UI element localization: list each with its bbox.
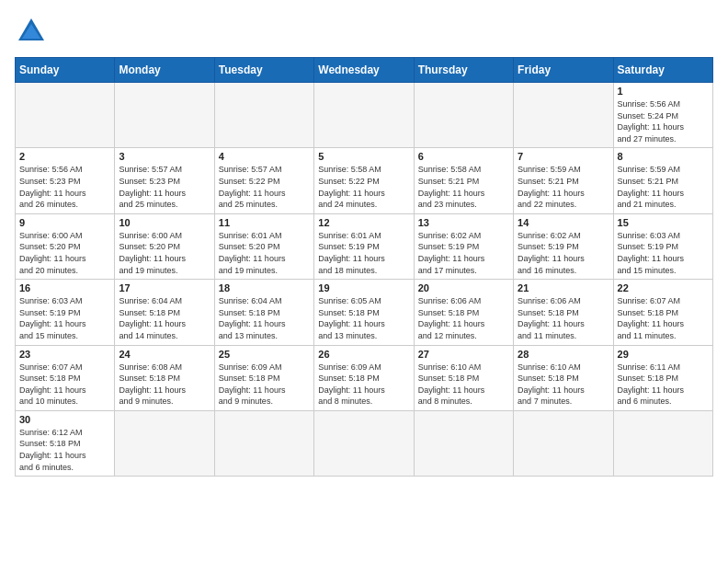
- calendar-day-cell: 30Sunrise: 6:12 AM Sunset: 5:18 PM Dayli…: [16, 410, 115, 476]
- calendar-empty-cell: [514, 410, 613, 476]
- day-number: 13: [418, 217, 509, 228]
- day-info: Sunrise: 6:09 AM Sunset: 5:18 PM Dayligh…: [318, 362, 409, 408]
- calendar-day-cell: 22Sunrise: 6:07 AM Sunset: 5:18 PM Dayli…: [613, 280, 712, 345]
- weekday-header-tuesday: Tuesday: [214, 58, 313, 83]
- calendar-day-cell: 19Sunrise: 6:05 AM Sunset: 5:18 PM Dayli…: [314, 280, 414, 345]
- day-info: Sunrise: 6:02 AM Sunset: 5:19 PM Dayligh…: [418, 230, 509, 276]
- day-number: 28: [518, 349, 609, 360]
- calendar-day-cell: 28Sunrise: 6:10 AM Sunset: 5:18 PM Dayli…: [514, 345, 613, 410]
- day-info: Sunrise: 6:04 AM Sunset: 5:18 PM Dayligh…: [119, 295, 210, 341]
- day-number: 22: [618, 282, 709, 293]
- day-number: 3: [119, 151, 210, 162]
- day-number: 17: [119, 282, 210, 293]
- day-number: 2: [19, 151, 110, 162]
- day-number: 27: [418, 349, 509, 360]
- day-number: 18: [219, 282, 310, 293]
- day-number: 9: [19, 217, 110, 228]
- weekday-header-monday: Monday: [115, 58, 214, 83]
- day-info: Sunrise: 5:59 AM Sunset: 5:21 PM Dayligh…: [618, 164, 709, 210]
- calendar-day-cell: 21Sunrise: 6:06 AM Sunset: 5:18 PM Dayli…: [514, 280, 613, 345]
- weekday-header-saturday: Saturday: [613, 58, 712, 83]
- day-info: Sunrise: 5:56 AM Sunset: 5:24 PM Dayligh…: [618, 98, 709, 144]
- day-number: 12: [318, 217, 409, 228]
- day-info: Sunrise: 6:10 AM Sunset: 5:18 PM Dayligh…: [418, 362, 509, 408]
- logo: [15, 15, 53, 48]
- calendar-row: 9Sunrise: 6:00 AM Sunset: 5:20 PM Daylig…: [16, 213, 713, 279]
- calendar-empty-cell: [514, 83, 613, 148]
- page-header: [15, 15, 713, 48]
- day-info: Sunrise: 6:05 AM Sunset: 5:18 PM Dayligh…: [318, 295, 409, 341]
- calendar-empty-cell: [314, 83, 414, 148]
- calendar-row: 1Sunrise: 5:56 AM Sunset: 5:24 PM Daylig…: [16, 83, 713, 148]
- weekday-header-wednesday: Wednesday: [314, 58, 414, 83]
- weekday-header-row: SundayMondayTuesdayWednesdayThursdayFrid…: [16, 58, 713, 83]
- calendar-empty-cell: [314, 410, 414, 476]
- day-info: Sunrise: 6:08 AM Sunset: 5:18 PM Dayligh…: [119, 362, 210, 408]
- calendar-row: 16Sunrise: 6:03 AM Sunset: 5:19 PM Dayli…: [16, 280, 713, 345]
- calendar-day-cell: 7Sunrise: 5:59 AM Sunset: 5:21 PM Daylig…: [514, 148, 613, 213]
- calendar-day-cell: 13Sunrise: 6:02 AM Sunset: 5:19 PM Dayli…: [414, 213, 513, 279]
- day-number: 8: [618, 151, 709, 162]
- day-info: Sunrise: 6:07 AM Sunset: 5:18 PM Dayligh…: [19, 362, 110, 408]
- weekday-header-thursday: Thursday: [414, 58, 513, 83]
- calendar-day-cell: 17Sunrise: 6:04 AM Sunset: 5:18 PM Dayli…: [115, 280, 214, 345]
- day-info: Sunrise: 5:56 AM Sunset: 5:23 PM Dayligh…: [19, 164, 110, 210]
- calendar-day-cell: 8Sunrise: 5:59 AM Sunset: 5:21 PM Daylig…: [613, 148, 712, 213]
- calendar-day-cell: 23Sunrise: 6:07 AM Sunset: 5:18 PM Dayli…: [16, 345, 115, 410]
- day-info: Sunrise: 6:03 AM Sunset: 5:19 PM Dayligh…: [618, 230, 709, 276]
- day-number: 30: [19, 414, 110, 425]
- calendar-day-cell: 20Sunrise: 6:06 AM Sunset: 5:18 PM Dayli…: [414, 280, 513, 345]
- calendar-day-cell: 14Sunrise: 6:02 AM Sunset: 5:19 PM Dayli…: [514, 213, 613, 279]
- day-number: 7: [518, 151, 609, 162]
- calendar-day-cell: 9Sunrise: 6:00 AM Sunset: 5:20 PM Daylig…: [16, 213, 115, 279]
- day-info: Sunrise: 5:57 AM Sunset: 5:23 PM Dayligh…: [119, 164, 210, 210]
- calendar-empty-cell: [115, 83, 214, 148]
- calendar-empty-cell: [414, 410, 513, 476]
- calendar-row: 30Sunrise: 6:12 AM Sunset: 5:18 PM Dayli…: [16, 410, 713, 476]
- day-info: Sunrise: 6:10 AM Sunset: 5:18 PM Dayligh…: [518, 362, 609, 408]
- calendar-day-cell: 16Sunrise: 6:03 AM Sunset: 5:19 PM Dayli…: [16, 280, 115, 345]
- day-number: 23: [19, 349, 110, 360]
- calendar-day-cell: 29Sunrise: 6:11 AM Sunset: 5:18 PM Dayli…: [613, 345, 712, 410]
- day-number: 29: [618, 349, 709, 360]
- day-number: 14: [518, 217, 609, 228]
- day-number: 10: [119, 217, 210, 228]
- calendar-day-cell: 24Sunrise: 6:08 AM Sunset: 5:18 PM Dayli…: [115, 345, 214, 410]
- calendar-empty-cell: [115, 410, 214, 476]
- calendar-row: 2Sunrise: 5:56 AM Sunset: 5:23 PM Daylig…: [16, 148, 713, 213]
- calendar-day-cell: 2Sunrise: 5:56 AM Sunset: 5:23 PM Daylig…: [16, 148, 115, 213]
- day-number: 21: [518, 282, 609, 293]
- day-number: 1: [618, 86, 709, 97]
- day-info: Sunrise: 6:00 AM Sunset: 5:20 PM Dayligh…: [19, 230, 110, 276]
- day-info: Sunrise: 6:07 AM Sunset: 5:18 PM Dayligh…: [618, 295, 709, 341]
- day-info: Sunrise: 6:06 AM Sunset: 5:18 PM Dayligh…: [518, 295, 609, 341]
- day-info: Sunrise: 6:09 AM Sunset: 5:18 PM Dayligh…: [219, 362, 310, 408]
- calendar-day-cell: 26Sunrise: 6:09 AM Sunset: 5:18 PM Dayli…: [314, 345, 414, 410]
- day-number: 16: [19, 282, 110, 293]
- calendar-empty-cell: [16, 83, 115, 148]
- day-number: 15: [618, 217, 709, 228]
- calendar-empty-cell: [613, 410, 712, 476]
- day-number: 19: [318, 282, 409, 293]
- calendar-empty-cell: [214, 83, 313, 148]
- day-info: Sunrise: 6:00 AM Sunset: 5:20 PM Dayligh…: [119, 230, 210, 276]
- calendar-day-cell: 11Sunrise: 6:01 AM Sunset: 5:20 PM Dayli…: [214, 213, 313, 279]
- calendar-day-cell: 4Sunrise: 5:57 AM Sunset: 5:22 PM Daylig…: [214, 148, 313, 213]
- day-number: 25: [219, 349, 310, 360]
- calendar-day-cell: 18Sunrise: 6:04 AM Sunset: 5:18 PM Dayli…: [214, 280, 313, 345]
- day-info: Sunrise: 6:11 AM Sunset: 5:18 PM Dayligh…: [618, 362, 709, 408]
- calendar-day-cell: 6Sunrise: 5:58 AM Sunset: 5:21 PM Daylig…: [414, 148, 513, 213]
- day-info: Sunrise: 5:58 AM Sunset: 5:21 PM Dayligh…: [418, 164, 509, 210]
- day-info: Sunrise: 6:06 AM Sunset: 5:18 PM Dayligh…: [418, 295, 509, 341]
- day-number: 26: [318, 349, 409, 360]
- day-info: Sunrise: 6:01 AM Sunset: 5:20 PM Dayligh…: [219, 230, 310, 276]
- calendar-day-cell: 25Sunrise: 6:09 AM Sunset: 5:18 PM Dayli…: [214, 345, 313, 410]
- calendar-day-cell: 1Sunrise: 5:56 AM Sunset: 5:24 PM Daylig…: [613, 83, 712, 148]
- weekday-header-sunday: Sunday: [16, 58, 115, 83]
- weekday-header-friday: Friday: [514, 58, 613, 83]
- day-info: Sunrise: 5:57 AM Sunset: 5:22 PM Dayligh…: [219, 164, 310, 210]
- day-number: 24: [119, 349, 210, 360]
- day-info: Sunrise: 6:03 AM Sunset: 5:19 PM Dayligh…: [19, 295, 110, 341]
- calendar-day-cell: 5Sunrise: 5:58 AM Sunset: 5:22 PM Daylig…: [314, 148, 414, 213]
- day-info: Sunrise: 6:12 AM Sunset: 5:18 PM Dayligh…: [19, 427, 110, 473]
